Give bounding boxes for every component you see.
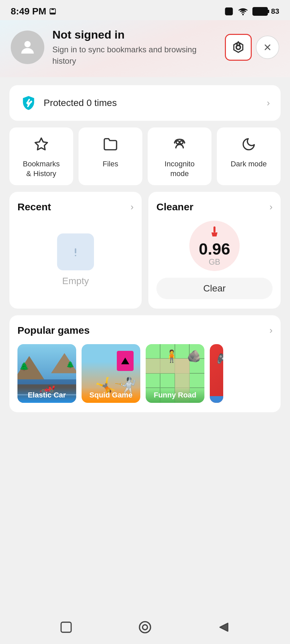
protected-text: Protected 0 times [44,98,117,108]
quick-actions: Bookmarks& History Files [9,127,281,185]
svg-rect-6 [253,8,266,15]
avatar [11,31,44,64]
recent-title: Recent [17,201,51,213]
svg-marker-14 [35,138,48,150]
close-status-icon [224,7,234,16]
incognito-label: Incognitomode [164,159,194,178]
funny-road-image: 🧍 🪨 Funny Road [146,344,204,403]
battery-indicator: 83 [252,7,279,16]
nav-square[interactable] [59,621,73,634]
status-time: 8:49 PM [11,6,56,17]
cards-row: Recent › Empty Cleaner › [9,192,281,309]
popular-games-card: Popular games › 🏎️ [9,315,281,412]
protected-left: Protected 0 times [20,95,117,111]
elastic-car-label: Elastic Car [17,387,76,403]
game-4[interactable]: 🎮 [210,344,223,403]
protected-chevron: › [267,98,270,108]
game4-image: 🎮 [210,344,223,403]
action-incognito[interactable]: Incognitomode [148,127,211,185]
bottom-nav [0,610,290,644]
svg-point-15 [176,141,179,144]
squid-game-label: Squid Game [82,387,140,403]
broom-icon [208,225,221,240]
game-funny-road[interactable]: 🧍 🪨 Funny Road [146,344,204,403]
cleaner-amount: 0.96 [199,241,230,257]
action-files[interactable]: Files [79,127,142,185]
battery-text: 83 [271,7,279,16]
svg-rect-19 [213,226,215,232]
square-icon [59,621,73,634]
time-text: 8:49 PM [11,6,46,17]
cleaner-chevron[interactable]: › [270,202,273,212]
settings-icon [232,41,245,54]
game4-label [210,396,223,403]
svg-point-8 [25,41,31,47]
wifi-icon [238,7,248,16]
svg-point-30 [139,622,150,633]
x-icon [263,43,272,52]
recent-chevron[interactable]: › [131,202,134,212]
funny-road-label: Funny Road [146,387,204,403]
empty-label: Empty [62,276,89,286]
recent-header: Recent › [17,201,134,213]
darkmode-label: Dark mode [231,159,267,169]
action-bookmarks[interactable]: Bookmarks& History [9,127,73,185]
recent-card: Recent › Empty [9,192,142,309]
squid-game-image: 🤸 🤺 Squid Game [82,344,140,403]
svg-marker-10 [234,42,243,52]
game-elastic-car[interactable]: 🏎️ 🌲 🌲 Elastic Car [17,344,76,403]
battery-icon [252,7,270,16]
profile-info: Not signed in Sign in to sync bookmarks … [52,28,217,66]
shield-wrap [20,95,37,111]
user-icon [18,38,37,57]
svg-point-16 [180,141,183,144]
circle-icon [138,620,152,635]
protected-card[interactable]: Protected 0 times › [9,85,281,121]
bookmarks-label: Bookmarks& History [23,159,60,178]
files-label: Files [103,159,118,169]
cleaner-title: Cleaner [156,201,193,213]
back-icon [217,621,231,634]
games-header: Popular games › [17,325,273,336]
svg-rect-29 [61,622,71,632]
cleaner-circle: 0.96 GB [189,221,240,271]
games-title: Popular games [17,325,90,336]
settings-button[interactable] [225,34,252,61]
status-bar: 8:49 PM 83 [0,0,290,20]
game-squid-game[interactable]: 🤸 🤺 Squid Game [82,344,140,403]
svg-point-4 [242,14,243,15]
games-chevron[interactable]: › [270,325,273,336]
main-content: Protected 0 times › Bookmarks& History F… [0,77,290,467]
shield-icon [20,95,37,111]
status-icons: 83 [224,7,279,16]
nav-circle[interactable] [138,620,152,635]
cleaner-unit: GB [209,257,221,267]
cleaner-card: Cleaner › 0.96 GB Clear [148,192,281,309]
svg-point-31 [143,625,148,630]
close-button[interactable] [256,36,279,59]
clear-button[interactable]: Clear [156,278,273,299]
files-icon [103,137,118,155]
upload-icon [49,8,56,15]
elastic-car-image: 🏎️ 🌲 🌲 Elastic Car [17,344,76,403]
profile-title: Not signed in [52,28,217,41]
recent-empty: Empty [17,221,134,299]
empty-placeholder [57,233,94,270]
darkmode-icon [241,137,256,155]
svg-rect-7 [268,10,269,13]
header-area: Not signed in Sign in to sync bookmarks … [0,20,290,77]
svg-marker-32 [220,623,228,631]
action-darkmode[interactable]: Dark mode [217,127,281,185]
bookmarks-icon [34,137,49,155]
cleaner-header: Cleaner › [156,201,273,213]
profile-subtitle: Sign in to sync bookmarks and browsing h… [52,44,217,66]
header-actions [225,34,279,61]
games-list: 🏎️ 🌲 🌲 Elastic Car 🤸 🤺 [17,344,273,403]
nav-back[interactable] [217,621,231,634]
incognito-icon [172,137,187,155]
exclamation-icon [67,243,84,261]
